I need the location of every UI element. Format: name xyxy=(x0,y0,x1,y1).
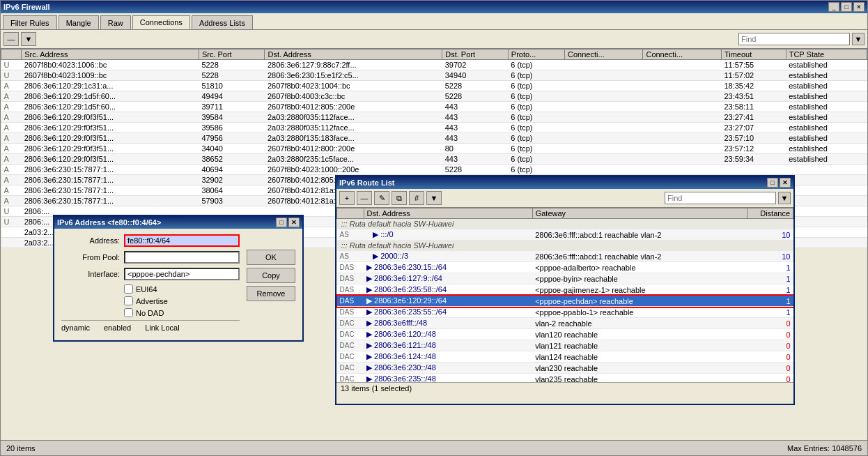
route-add-button[interactable]: + xyxy=(339,191,355,205)
status-bar: 20 items Max Entries: 1048576 xyxy=(1,440,867,455)
ipv6-dialog-min[interactable]: □ xyxy=(276,218,287,227)
route-col-flags xyxy=(337,208,364,219)
route-toolbar: + — ✎ ⧉ # ▼ ▼ xyxy=(336,189,793,208)
list-item[interactable]: DAC▶ 2806:3e6fff::/48vlan-2 reachable0 xyxy=(337,318,793,329)
route-find-dropdown[interactable]: ▼ xyxy=(778,192,791,204)
list-item[interactable]: DAS▶ 2806:3e6:235:55::/64<pppoe-ppablo-1… xyxy=(337,307,793,318)
table-row[interactable]: U2607f8b0:4023:1009::bc52282806:3e6:230:… xyxy=(1,70,867,81)
col-conn2[interactable]: Connecti... xyxy=(643,50,721,60)
filter-button[interactable]: ▼ xyxy=(21,32,36,46)
tab-connections[interactable]: Connections xyxy=(132,15,190,29)
list-item[interactable]: ::: Ruta default hacia SW-Huawei xyxy=(337,219,793,229)
table-row[interactable]: A2806:3e6:120:29:f0f3f51...386522a03:288… xyxy=(1,154,867,165)
table-row[interactable]: A2806:3e6:120:29:f0f3f51...395842a03:288… xyxy=(1,112,867,123)
dialog-action-buttons: OK Copy Remove xyxy=(247,250,295,301)
route-dialog-close[interactable]: ✕ xyxy=(780,178,791,188)
route-list-dialog: IPv6 Route List □ ✕ + — ✎ ⧉ # ▼ ▼ xyxy=(335,175,795,405)
list-item[interactable]: ::: Ruta default hacia SW-Huawei xyxy=(337,241,793,251)
advertise-row: Advertise xyxy=(61,296,240,305)
advertise-label: Advertise xyxy=(136,297,168,305)
table-row[interactable]: A2806:3e6:120:29:f0f3f51...395862a03:288… xyxy=(1,123,867,133)
title-bar: IPv6 Firewall _ □ ✕ xyxy=(1,1,867,13)
remove-button[interactable]: Remove xyxy=(247,286,295,301)
list-item[interactable]: DAS▶ 2806:3e6:230:15::/64<pppoe-adalbert… xyxy=(337,262,793,273)
maximize-button[interactable]: □ xyxy=(841,2,852,12)
col-dst-address[interactable]: Dst. Address xyxy=(265,50,442,60)
list-item[interactable]: AS ▶ :::/02806:3e6:fff::abcd:1 reachable… xyxy=(337,229,793,241)
col-timeout[interactable]: Timeout xyxy=(721,50,786,60)
ipv6-dialog-content: Address: From Pool: Interface: OK Copy R… xyxy=(54,229,302,340)
tab-raw[interactable]: Raw xyxy=(100,15,131,29)
ipv6-dialog-title: IPv6 Address <fe80::f0:4/64> □ ✕ xyxy=(54,216,302,229)
route-edit-button[interactable]: ✎ xyxy=(374,191,389,205)
route-col-gateway[interactable]: Gateway xyxy=(532,208,747,219)
route-filter-button[interactable]: ▼ xyxy=(426,191,442,205)
eui64-row: EUI64 xyxy=(61,284,240,294)
route-items-count: 13 items (1 selected) xyxy=(341,384,412,393)
col-dst-port[interactable]: Dst. Port xyxy=(442,50,509,60)
ok-button[interactable]: OK xyxy=(247,250,295,265)
list-item[interactable]: DAC▶ 2806:3e6:121::/48vlan121 reachable0 xyxy=(337,340,793,351)
list-item[interactable]: DAC▶ 2806:3e6:120::/48vlan120 reachable0 xyxy=(337,329,793,340)
connections-toolbar: — ▼ ▼ xyxy=(1,30,867,49)
advertise-checkbox[interactable] xyxy=(124,296,133,305)
list-item[interactable]: DAC▶ 2806:3e6:230::/48vlan230 reachable0 xyxy=(337,363,793,374)
route-col-dst[interactable]: Dst. Address xyxy=(364,208,532,219)
table-row[interactable]: A2806:3e6:120:29:f0f3f51...340402607f8b0… xyxy=(1,144,867,154)
find-dropdown[interactable]: ▼ xyxy=(852,33,865,45)
find-input[interactable] xyxy=(738,33,850,45)
close-button[interactable]: ✕ xyxy=(853,2,865,12)
pool-input[interactable] xyxy=(124,251,240,264)
interface-row: Interface: xyxy=(61,268,240,280)
ipv6-dialog-close[interactable]: ✕ xyxy=(288,218,300,227)
address-row: Address: xyxy=(61,234,240,247)
tab-mangle[interactable]: Mangle xyxy=(59,15,99,29)
copy-button[interactable]: Copy xyxy=(247,268,295,283)
route-dialog-min[interactable]: □ xyxy=(767,178,778,188)
table-row[interactable]: A2806:3e6:230:15:7877:1...406942607f8b0:… xyxy=(1,165,867,175)
col-src-address[interactable]: Src. Address xyxy=(22,50,199,60)
route-table-container: Dst. Address Gateway Distance ::: Ruta d… xyxy=(336,208,793,382)
table-row[interactable]: A2806:3e6:120:29:1d5f:60...494942607f8b0… xyxy=(1,91,867,102)
dialog-status: dynamic enabled Link Local xyxy=(61,320,240,335)
route-remove-button[interactable]: — xyxy=(357,191,372,205)
table-row[interactable]: U2607f8b0:4023:1006::bc52282806:3e6:127:… xyxy=(1,60,867,70)
interface-label: Interface: xyxy=(61,270,124,278)
table-row[interactable]: A2806:3e6:120:29:1c31:a...518102607f8b0:… xyxy=(1,81,867,91)
route-dialog-title: IPv6 Route List □ ✕ xyxy=(336,176,793,189)
eui64-checkbox[interactable] xyxy=(124,284,133,294)
route-table: Dst. Address Gateway Distance ::: Ruta d… xyxy=(336,208,793,382)
status-enabled: enabled xyxy=(104,324,131,332)
route-comment-button[interactable]: # xyxy=(409,191,424,205)
address-input[interactable] xyxy=(124,234,240,247)
minus-button[interactable]: — xyxy=(3,32,19,46)
tab-filter-rules[interactable]: Filter Rules xyxy=(3,15,57,29)
route-status: 13 items (1 selected) xyxy=(336,382,793,394)
pool-label: From Pool: xyxy=(61,253,124,261)
list-item[interactable]: DAC▶ 2806:3e6:235::/48vlan235 reachable0 xyxy=(337,374,793,383)
list-item[interactable]: AS ▶ 2000::/32806:3e6:fff::abcd:1 reacha… xyxy=(337,251,793,262)
route-find-input[interactable] xyxy=(665,192,776,204)
minimize-button[interactable]: _ xyxy=(828,2,839,12)
route-col-distance[interactable]: Distance xyxy=(747,208,793,219)
col-proto[interactable]: Proto... xyxy=(508,50,564,60)
list-item[interactable]: DAC▶ 2806:3e6:124::/48vlan124 reachable0 xyxy=(337,351,793,363)
no-dad-checkbox[interactable] xyxy=(124,308,133,317)
pool-row: From Pool: xyxy=(61,251,240,264)
list-item[interactable]: DAS▶ 2806:3e6:127:9::/64<pppoe-byin> rea… xyxy=(337,273,793,284)
col-conn1[interactable]: Connecti... xyxy=(564,50,642,60)
route-copy-button[interactable]: ⧉ xyxy=(392,191,407,205)
status-type: dynamic xyxy=(61,324,90,332)
col-src-port[interactable]: Src. Port xyxy=(199,50,265,60)
col-tcp-state[interactable]: TCP State xyxy=(786,50,867,60)
eui64-label: EUI64 xyxy=(136,285,157,294)
max-entries: Max Entries: 1048576 xyxy=(787,444,862,453)
table-row[interactable]: A2806:3e6:120:29:1d5f:60...397112607f8b0… xyxy=(1,102,867,112)
interface-input[interactable] xyxy=(124,268,240,280)
tab-address-lists[interactable]: Address Lists xyxy=(192,15,253,29)
table-row[interactable]: A2806:3e6:120:29:f0f3f51...479562a03:288… xyxy=(1,133,867,144)
status-scope: Link Local xyxy=(145,324,180,332)
main-window: IPv6 Firewall _ □ ✕ Filter Rules Mangle … xyxy=(0,0,868,456)
list-item[interactable]: DAS▶ 2806:3e6:235:58::/64<pppoe-gajimene… xyxy=(337,284,793,296)
list-item[interactable]: DAS▶ 2806:3e6:120:29::/64<pppoe-pechdan>… xyxy=(337,296,793,307)
